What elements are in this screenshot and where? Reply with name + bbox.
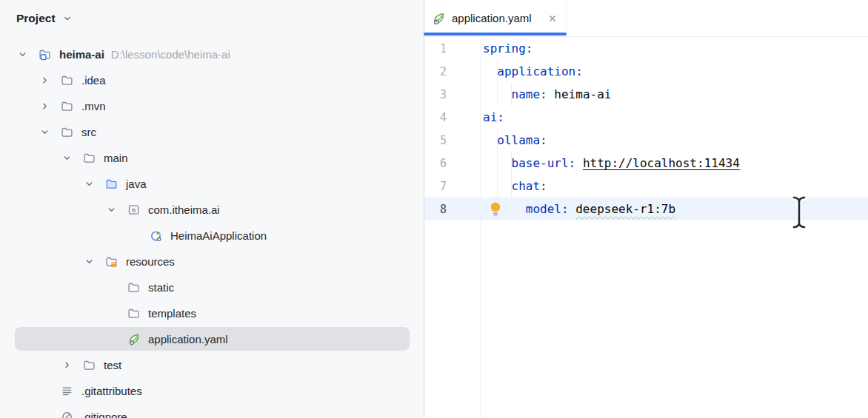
code-line-6[interactable]: 6 base-url: http://localhost:11434 xyxy=(424,152,868,175)
tree-item-label: main xyxy=(104,152,128,164)
chevron-down-icon[interactable] xyxy=(39,127,50,138)
yaml-indent xyxy=(483,133,497,147)
chevron-down-icon[interactable] xyxy=(83,256,95,268)
text-file-icon xyxy=(61,385,73,397)
tab-application-yaml[interactable]: application.yaml xyxy=(424,0,567,36)
code-editor[interactable]: 1spring:2 application:3 name: heima-ai4a… xyxy=(424,37,868,418)
yaml-indent xyxy=(483,179,512,193)
tree-item-main[interactable]: main xyxy=(0,145,424,171)
tree-item-mvn[interactable]: .mvn xyxy=(0,93,424,119)
code-line-8[interactable]: 8 model: deepseek-r1:7b xyxy=(424,198,868,220)
code-lines: 1spring:2 application:3 name: heima-ai4a… xyxy=(424,37,868,220)
tree-item-gitignore[interactable]: .gitignore xyxy=(0,404,424,418)
tree-item-src[interactable]: src xyxy=(0,119,424,145)
folder-java-icon xyxy=(105,178,118,190)
yaml-key: ollama: xyxy=(497,133,547,147)
chevron-right-icon[interactable] xyxy=(61,360,73,371)
ignore-file-icon xyxy=(61,411,73,418)
project-panel-header[interactable]: Project xyxy=(0,0,424,37)
line-number: 1 xyxy=(424,38,447,61)
line-number: 3 xyxy=(424,84,447,107)
code-line-4[interactable]: 4ai: xyxy=(424,106,868,129)
tree-item-label: .gitignore xyxy=(81,411,127,418)
code-text: base-url: http://localhost:11434 xyxy=(447,156,740,170)
yaml-value: heima-ai xyxy=(554,87,611,101)
tree-item-label: .mvn xyxy=(81,100,106,112)
yaml-indent xyxy=(483,64,497,78)
line-number: 6 xyxy=(424,152,447,175)
chevron-down-icon[interactable] xyxy=(62,13,73,24)
editor-tab-bar: application.yaml xyxy=(424,0,868,37)
spring-file-icon xyxy=(127,333,140,345)
tree-item-label: .idea xyxy=(81,74,106,87)
tree-item-application-yaml[interactable]: application.yaml xyxy=(0,326,424,352)
code-line-1[interactable]: 1spring: xyxy=(424,37,868,60)
yaml-key: application: xyxy=(497,64,583,78)
yaml-key: ai: xyxy=(483,110,504,124)
folder-icon xyxy=(61,74,73,87)
line-number: 8 xyxy=(424,198,447,221)
chevron-down-icon[interactable] xyxy=(105,204,117,216)
project-tool-window: Project heima-aiD:\lesson\code\heima-ai.… xyxy=(0,0,424,418)
yaml-indent xyxy=(483,156,512,170)
tree-item-java[interactable]: java xyxy=(0,171,424,197)
tree-item-label: heima-ai xyxy=(59,48,104,61)
yaml-value: deepseek-r1:7b xyxy=(575,202,675,216)
code-text: application: xyxy=(447,64,583,78)
tree-item-templates[interactable]: templates xyxy=(0,300,424,326)
line-number: 4 xyxy=(424,107,447,129)
line-number: 5 xyxy=(424,129,447,152)
code-line-7[interactable]: 7 chat: xyxy=(424,175,868,198)
line-number: 2 xyxy=(424,61,447,84)
code-text: model: deepseek-r1:7b xyxy=(447,202,675,216)
code-text: name: heima-ai xyxy=(447,87,611,101)
chevron-right-icon[interactable] xyxy=(39,75,50,87)
chevron-right-icon[interactable] xyxy=(39,101,50,112)
tree-item-label: static xyxy=(148,281,174,294)
yaml-value: http://localhost:11434 xyxy=(583,156,740,170)
folder-icon xyxy=(61,126,73,138)
code-line-3[interactable]: 3 name: heima-ai xyxy=(424,83,868,106)
tree-item-resources[interactable]: resources xyxy=(0,249,424,274)
chevron-down-icon[interactable] xyxy=(83,178,95,190)
code-line-2[interactable]: 2 application: xyxy=(424,60,868,83)
line-number: 7 xyxy=(424,175,447,198)
lightbulb-icon[interactable] xyxy=(490,201,501,217)
folder-resources-icon xyxy=(105,255,118,268)
active-tab-indicator xyxy=(424,33,567,36)
code-text: ollama: xyxy=(447,133,547,147)
tree-item-static[interactable]: static xyxy=(0,274,424,300)
chevron-down-icon[interactable] xyxy=(61,152,73,164)
yaml-key: chat: xyxy=(512,179,547,193)
chevron-down-icon[interactable] xyxy=(16,49,28,61)
tree-item-label: application.yaml xyxy=(148,333,228,345)
tree-item-label: src xyxy=(81,126,96,138)
folder-icon xyxy=(127,281,140,294)
project-folder-icon xyxy=(39,48,51,61)
tree-item-test[interactable]: test xyxy=(0,352,424,378)
code-text: spring: xyxy=(447,41,533,55)
tree-item-idea[interactable]: .idea xyxy=(0,67,424,93)
tree-item-com-itheima-ai[interactable]: com.itheima.ai xyxy=(0,197,424,223)
tree-item-heimaaiapplication[interactable]: HeimaAiApplication xyxy=(0,223,424,249)
tree-item-heima-ai[interactable]: heima-aiD:\lesson\code\heima-ai xyxy=(0,41,424,67)
tree-item-label: com.itheima.ai xyxy=(148,203,220,216)
folder-icon xyxy=(61,100,73,112)
tree-item-label: resources xyxy=(126,255,175,268)
tree-item-label: test xyxy=(104,359,121,371)
yaml-key: spring: xyxy=(483,41,533,55)
close-icon[interactable] xyxy=(548,14,557,23)
yaml-key: model: xyxy=(526,202,569,216)
folder-icon xyxy=(127,307,140,320)
project-tree: heima-aiD:\lesson\code\heima-ai.idea.mvn… xyxy=(0,41,424,418)
yaml-indent xyxy=(483,87,512,101)
tree-item-label: templates xyxy=(148,307,196,320)
tree-item-gitattributes[interactable]: .gitattributes xyxy=(0,378,424,404)
folder-icon xyxy=(83,152,96,164)
editor-area: application.yaml 1spring:2 application:3… xyxy=(424,0,868,418)
code-text: chat: xyxy=(447,179,547,193)
tree-item-label: .gitattributes xyxy=(81,385,142,397)
tree-item-label: HeimaAiApplication xyxy=(170,229,267,242)
tab-title: application.yaml xyxy=(452,12,532,24)
code-line-5[interactable]: 5 ollama: xyxy=(424,129,868,152)
